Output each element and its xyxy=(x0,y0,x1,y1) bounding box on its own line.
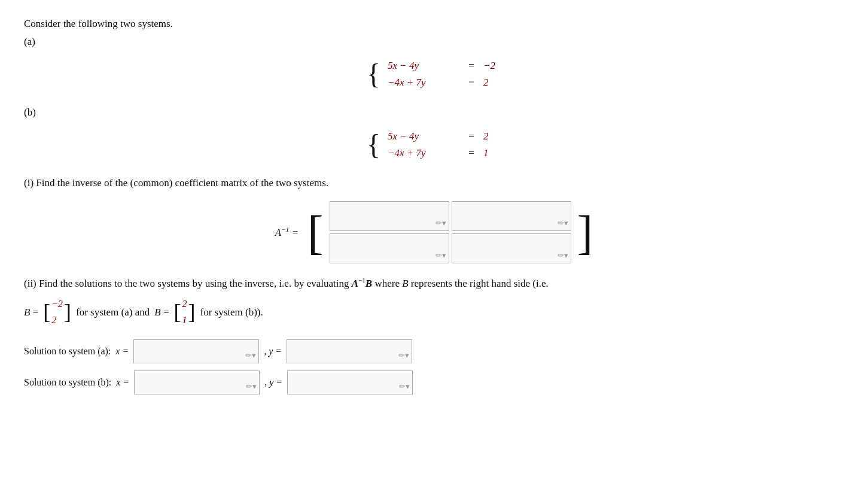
pencil-icon-r2c1[interactable]: ✏▾ xyxy=(435,251,446,260)
system-a-brace: { 5x − 4y = −2 −4x + 7y = 2 xyxy=(367,60,501,89)
solution-b-x-label: x = xyxy=(116,377,129,388)
inline-bracket-right-a: ] xyxy=(64,302,71,321)
solution-a-y-input-box[interactable]: ✏▾ xyxy=(287,339,412,363)
system-b-brace: { 5x − 4y = 2 −4x + 7y = 1 xyxy=(367,130,501,159)
matrix-cell-r1c1[interactable]: ✏▾ xyxy=(330,201,449,231)
system-b-container: { 5x − 4y = 2 −4x + 7y = 1 xyxy=(24,130,844,159)
system-a-eq2: −4x + 7y = 2 xyxy=(388,77,501,89)
matrix-input-r1c1[interactable] xyxy=(330,202,444,230)
b-a-bot: 2 xyxy=(51,312,63,328)
inline-bracket-right-b: ] xyxy=(188,302,195,321)
solution-a-row: Solution to system (a): x = ✏▾ , y = ✏▾ xyxy=(24,339,844,363)
b-equals-label-b: B = xyxy=(154,304,169,320)
pencil-icon-ay[interactable]: ✏▾ xyxy=(398,351,409,360)
matrix-cell-r1c2[interactable]: ✏▾ xyxy=(452,201,571,231)
matrix-a-label: A−1 = xyxy=(275,226,299,239)
sys-a-eq1-equals: = xyxy=(465,60,477,72)
solution-b-row: Solution to system (b): x = ✏▾ , y = ✏▾ xyxy=(24,371,844,394)
part-ii-line1: (ii) Find the solutions to the two syste… xyxy=(24,275,844,291)
matrix-cells-grid: ✏▾ ✏▾ ✏▾ ✏▾ xyxy=(330,201,571,263)
sys-b-eq2-rhs: 1 xyxy=(483,147,501,159)
inline-matrix-b: [ 2 1 ] xyxy=(173,296,195,327)
sys-a-eq1-rhs: −2 xyxy=(483,60,501,72)
solution-a-y-label: , y = xyxy=(264,346,282,357)
part-i-text: (i) Find the inverse of the (common) coe… xyxy=(24,177,844,189)
system-a-equations: 5x − 4y = −2 −4x + 7y = 2 xyxy=(388,60,501,89)
sys-b-eq1-equals: = xyxy=(465,130,477,142)
matrix-inverse-container: A−1 = [ ✏▾ ✏▾ ✏▾ ✏▾ ] xyxy=(24,201,844,263)
solution-a-x-label: x = xyxy=(115,346,129,357)
part-ii-line2: B = [ −2 2 ] for system (a) and B = [ 2 … xyxy=(24,296,844,327)
pencil-icon-r1c1[interactable]: ✏▾ xyxy=(435,218,446,228)
solution-a-x-input[interactable] xyxy=(134,340,258,363)
intro-text: Consider the following two systems. xyxy=(24,18,844,30)
inline-cells-b: 2 1 xyxy=(182,296,187,327)
sys-b-eq2-lhs: −4x + 7y xyxy=(388,147,459,159)
left-brace-b: { xyxy=(367,130,380,159)
pencil-icon-r1c2[interactable]: ✏▾ xyxy=(558,218,568,228)
solution-b-x-input-box[interactable]: ✏▾ xyxy=(134,371,260,394)
matrix-left-bracket: [ xyxy=(307,213,324,251)
matrix-cell-r2c2[interactable]: ✏▾ xyxy=(452,233,571,263)
inline-bracket-left-b: [ xyxy=(173,302,181,321)
solutions-container: Solution to system (a): x = ✏▾ , y = ✏▾ … xyxy=(24,339,844,394)
system-b-eq2: −4x + 7y = 1 xyxy=(388,147,501,159)
pencil-icon-bx[interactable]: ✏▾ xyxy=(246,382,257,391)
for-system-b-label: for system (b)). xyxy=(200,304,263,320)
matrix-input-r2c1[interactable] xyxy=(330,234,444,263)
inline-matrix-a: [ −2 2 ] xyxy=(43,296,71,327)
matrix-cell-r2c1[interactable]: ✏▾ xyxy=(330,233,449,263)
system-b-equations: 5x − 4y = 2 −4x + 7y = 1 xyxy=(388,130,501,159)
system-a-eq1: 5x − 4y = −2 xyxy=(388,60,501,72)
matrix-input-r1c2[interactable] xyxy=(452,202,566,230)
sys-b-eq1-lhs: 5x − 4y xyxy=(388,130,459,142)
pencil-icon-ax[interactable]: ✏▾ xyxy=(245,351,256,360)
system-b-eq1: 5x − 4y = 2 xyxy=(388,130,501,142)
solution-b-y-input-box[interactable]: ✏▾ xyxy=(287,371,413,394)
system-a-container: { 5x − 4y = −2 −4x + 7y = 2 xyxy=(24,60,844,89)
b-a-top: −2 xyxy=(51,296,63,312)
solution-b-x-input[interactable] xyxy=(135,371,259,394)
part-a-label: (a) xyxy=(24,36,844,48)
solution-a-x-input-box[interactable]: ✏▾ xyxy=(133,339,259,363)
inline-cells-a: −2 2 xyxy=(51,296,63,327)
part-ii-container: (ii) Find the solutions to the two syste… xyxy=(24,275,844,327)
matrix-right-bracket: ] xyxy=(577,213,593,251)
b-b-top: 2 xyxy=(182,296,187,312)
solution-b-y-label: , y = xyxy=(264,377,282,388)
pencil-icon-r2c2[interactable]: ✏▾ xyxy=(558,251,568,260)
matrix-input-r2c2[interactable] xyxy=(452,234,566,263)
solution-b-y-input[interactable] xyxy=(288,371,412,394)
inline-bracket-left-a: [ xyxy=(43,302,50,321)
for-system-a-label: for system (a) and xyxy=(76,304,150,320)
b-b-bot: 1 xyxy=(182,312,187,328)
sys-a-eq2-lhs: −4x + 7y xyxy=(388,77,459,89)
solution-b-label: Solution to system (b): xyxy=(24,377,111,388)
pencil-icon-by[interactable]: ✏▾ xyxy=(399,382,410,391)
b-equals-label-a: B = xyxy=(24,304,38,320)
sys-b-eq1-rhs: 2 xyxy=(483,130,501,142)
solution-a-y-input[interactable] xyxy=(287,340,412,363)
sys-a-eq2-rhs: 2 xyxy=(483,77,501,89)
left-brace-a: { xyxy=(367,60,380,89)
solution-a-label: Solution to system (a): xyxy=(24,346,111,357)
sys-a-eq2-equals: = xyxy=(465,77,477,89)
part-b-label: (b) xyxy=(24,107,844,119)
sys-b-eq2-equals: = xyxy=(465,147,477,159)
sys-a-eq1-lhs: 5x − 4y xyxy=(388,60,459,72)
